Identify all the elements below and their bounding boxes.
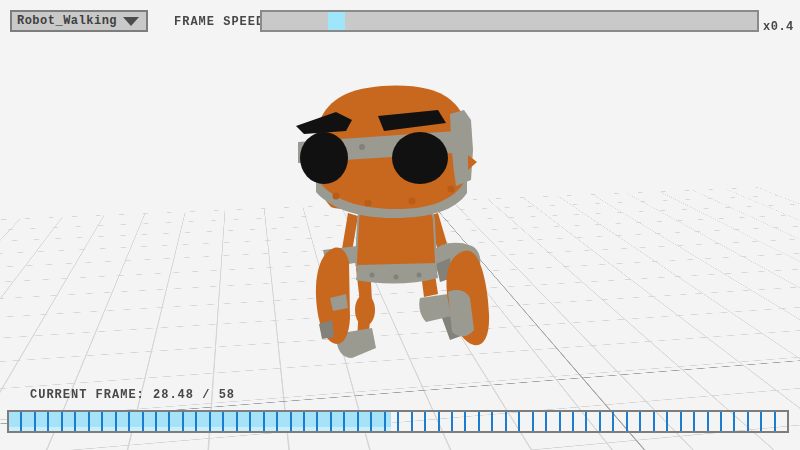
timeline-cell [534, 412, 547, 431]
timeline-cell [211, 412, 224, 431]
timeline-cell [318, 412, 331, 431]
timeline-cell [655, 412, 668, 431]
timeline-cell [709, 412, 722, 431]
timeline-cell [735, 412, 748, 431]
timeline-cell [493, 412, 506, 431]
timeline-cell [90, 412, 103, 431]
timeline-cell [359, 412, 372, 431]
timeline-cell [722, 412, 735, 431]
timeline-cell [130, 412, 143, 431]
animation-select-dropdown[interactable]: Robot_Walking [10, 10, 148, 32]
robot-torso [356, 212, 438, 284]
timeline-cell [184, 412, 197, 431]
timeline-cell [601, 412, 614, 431]
timeline-cell [332, 412, 345, 431]
robot-head [296, 86, 477, 218]
timeline-cell [776, 412, 787, 431]
timeline-scrubber[interactable] [7, 410, 789, 433]
timeline-cell [144, 412, 157, 431]
frame-speed-value: x0.4 [763, 20, 794, 34]
timeline-cell [547, 412, 560, 431]
timeline-cell [440, 412, 453, 431]
timeline-cell [426, 412, 439, 431]
timeline-cell [63, 412, 76, 431]
timeline-cell [695, 412, 708, 431]
chevron-down-icon [123, 17, 139, 26]
timeline-cell [278, 412, 291, 431]
current-frame-text: CURRENT FRAME: 28.48 / 58 [30, 388, 235, 402]
robot-model [0, 0, 800, 450]
timeline-cell [76, 412, 89, 431]
timeline-cell [224, 412, 237, 431]
timeline-cell [614, 412, 627, 431]
timeline-cell [507, 412, 520, 431]
timeline-cell [561, 412, 574, 431]
timeline-cell [480, 412, 493, 431]
timeline-cell [628, 412, 641, 431]
timeline-cell [749, 412, 762, 431]
timeline-cell [251, 412, 264, 431]
timeline-cells [9, 412, 787, 431]
timeline-cell [762, 412, 775, 431]
viewport-3d[interactable] [0, 0, 800, 450]
timeline-cell [36, 412, 49, 431]
timeline-cell [305, 412, 318, 431]
timeline-cell [345, 412, 358, 431]
timeline-cell [386, 412, 399, 431]
timeline-cell [22, 412, 35, 431]
timeline-cell [399, 412, 412, 431]
timeline-cell [117, 412, 130, 431]
timeline-cell [292, 412, 305, 431]
timeline-cell [170, 412, 183, 431]
timeline-cell [413, 412, 426, 431]
timeline-cell [466, 412, 479, 431]
animation-select-value: Robot_Walking [17, 14, 117, 28]
timeline-cell [265, 412, 278, 431]
frame-speed-slider[interactable] [260, 10, 759, 32]
timeline-cell [668, 412, 681, 431]
timeline-cell [372, 412, 385, 431]
timeline-cell [49, 412, 62, 431]
timeline-cell [682, 412, 695, 431]
timeline-cell [520, 412, 533, 431]
timeline-cell [238, 412, 251, 431]
timeline-cell [453, 412, 466, 431]
frame-speed-handle[interactable] [328, 12, 345, 30]
timeline-cell [103, 412, 116, 431]
timeline-cell [587, 412, 600, 431]
timeline-cell [641, 412, 654, 431]
timeline-cell [197, 412, 210, 431]
timeline-cell [157, 412, 170, 431]
animation-player-window: Robot_Walking FRAME SPEED: x0.4 CURRENT … [0, 0, 800, 450]
timeline-cell [9, 412, 22, 431]
timeline-cell [574, 412, 587, 431]
frame-speed-label: FRAME SPEED: [174, 15, 272, 29]
